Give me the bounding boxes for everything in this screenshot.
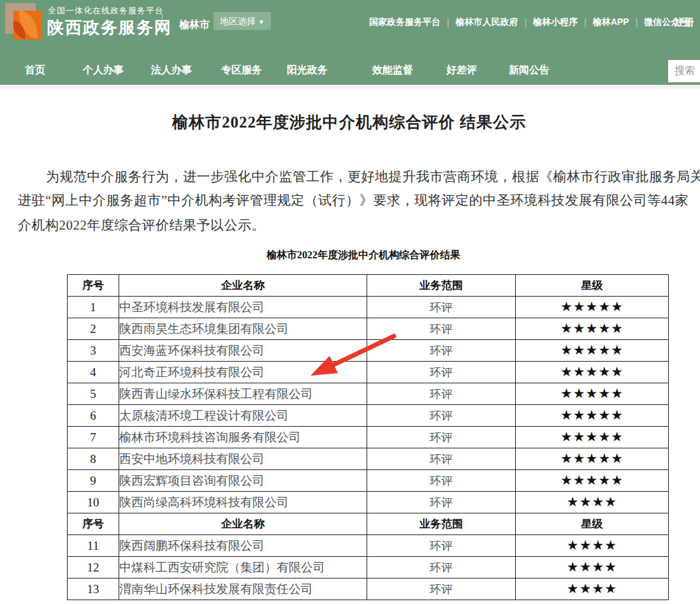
cell-business-scope: 环评: [367, 470, 516, 492]
table-row: 1中圣环境科技发展有限公司环评★★★★★: [68, 297, 669, 318]
register-link[interactable]: 注册: [674, 17, 694, 29]
cell-序号: 9: [68, 470, 119, 492]
cell-序号: 12: [68, 557, 119, 578]
header-divider: [162, 14, 163, 33]
nav-item[interactable]: 新闻公告: [509, 64, 550, 77]
region-select-button[interactable]: 地区选择▼: [214, 12, 271, 30]
cell-company-name: 太原核清环境工程设计有限公司: [119, 405, 367, 427]
cell-序号: 10: [68, 492, 119, 513]
cell-序号: 6: [68, 405, 119, 427]
cell-序号: 3: [68, 340, 119, 362]
table-row: 11陕西阔鹏环保科技有限公司环评★★★★: [68, 535, 669, 557]
main-nav: 首页个人办事法人办事专区服务阳光政务效能监督好差评新闻公告: [0, 52, 700, 85]
table-row: 13渭南华山环保科技发展有限责任公司环评★★★★: [68, 578, 669, 600]
cell-star-rating: ★★★★★: [516, 448, 669, 470]
cell-business-scope: 环评: [367, 427, 516, 448]
nav-item[interactable]: 首页: [25, 64, 45, 77]
column-header: 星级: [516, 513, 669, 535]
column-header: 企业名称: [119, 275, 367, 297]
table-row: 9陕西宏辉项目咨询有限公司环评★★★★★: [68, 470, 669, 492]
table-row: 3西安海蓝环保科技有限公司环评★★★★★: [68, 340, 669, 362]
subnav-strip: [0, 85, 700, 89]
site-logo[interactable]: [5, 3, 43, 41]
cell-序号: 8: [68, 448, 119, 470]
column-header: 序号: [68, 513, 119, 535]
cell-company-name: 陕西青山绿水环保科技工程有限公司: [119, 383, 367, 405]
cell-序号: 11: [68, 535, 119, 557]
cell-序号: 2: [68, 318, 119, 340]
cell-business-scope: 环评: [367, 362, 516, 383]
search-box[interactable]: 搜索: [668, 60, 700, 82]
table-caption: 榆林市2022年度涉批中介机构综合评价结果: [266, 249, 460, 262]
header-link-separator: |: [636, 17, 638, 27]
cell-star-rating: ★★★★★: [516, 383, 669, 405]
cell-company-name: 中圣环境科技发展有限公司: [119, 297, 367, 318]
nav-item[interactable]: 法人办事: [151, 64, 192, 77]
paragraph-line: 进驻“网上中介服务超市”中介机构考评管理规定（试行）》要求，现将评定的中圣环境科…: [18, 191, 689, 209]
cell-company-name: 陕西宏辉项目咨询有限公司: [119, 470, 367, 492]
cell-序号: 4: [68, 362, 119, 383]
paragraph-line: 介机构2022年度综合评价结果予以公示。: [18, 216, 265, 234]
logo-orange-square: [13, 11, 42, 40]
paragraph-line: 为规范中介服务行为，进一步强化中介监管工作，更好地提升我市营商环境，根据《榆林市…: [46, 168, 700, 186]
chevron-down-icon: ▼: [258, 18, 265, 26]
platform-label: 全国一体化在线政务服务平台: [48, 5, 164, 17]
cell-序号: 5: [68, 383, 119, 405]
column-header: 企业名称: [119, 513, 367, 535]
table-row: 4河北奇正环境科技有限公司环评★★★★★: [68, 362, 669, 383]
cell-business-scope: 环评: [367, 383, 516, 405]
cell-star-rating: ★★★★★: [516, 427, 669, 448]
cell-star-rating: ★★★★★: [516, 470, 669, 492]
cell-序号: 1: [68, 297, 119, 318]
current-city-label: 榆林市: [179, 18, 210, 32]
cell-company-name: 陕西雨昊生态环境集团有限公司: [119, 318, 367, 340]
table-row: 7榆林市环境科技咨询服务有限公司环评★★★★★: [68, 427, 669, 448]
header-link[interactable]: 榆林小程序: [533, 17, 578, 28]
table-header-row: 序号企业名称业务范围星级: [68, 513, 669, 535]
header-link-separator: |: [447, 17, 449, 27]
column-header: 星级: [516, 275, 669, 297]
cell-business-scope: 环评: [367, 297, 516, 318]
site-header: 全国一体化在线政务服务平台 陕西政务服务网 榆林市 地区选择▼ 国家政务服务平台…: [0, 0, 700, 85]
cell-star-rating: ★★★★: [516, 492, 669, 513]
cell-company-name: 陕西阔鹏环保科技有限公司: [119, 535, 367, 557]
nav-item[interactable]: 好差评: [446, 64, 477, 77]
nav-item[interactable]: 效能监督: [372, 64, 413, 77]
header-link[interactable]: 榆林APP: [593, 17, 629, 28]
cell-company-name: 西安中地环境科技有限公司: [119, 448, 367, 470]
table-row: 2陕西雨昊生态环境集团有限公司环评★★★★★: [68, 318, 669, 340]
header-links: 国家政务服务平台|榆林市人民政府|榆林小程序|榆林APP|微信公众号: [369, 17, 689, 28]
header-link-separator: |: [525, 17, 527, 27]
cell-star-rating: ★★★★★: [516, 340, 669, 362]
table-row: 12中煤科工西安研究院（集团）有限公司环评★★★★: [68, 557, 669, 578]
search-input[interactable]: 搜索: [674, 64, 695, 78]
header-link[interactable]: 国家政务服务平台: [369, 17, 441, 28]
table-row: 5陕西青山绿水环保科技工程有限公司环评★★★★★: [68, 383, 669, 405]
nav-item[interactable]: 专区服务: [221, 64, 262, 77]
column-header: 业务范围: [367, 513, 516, 535]
cell-company-name: 渭南华山环保科技发展有限责任公司: [119, 578, 367, 600]
nav-item[interactable]: 个人办事: [83, 64, 124, 77]
cell-company-name: 西安海蓝环保科技有限公司: [119, 340, 367, 362]
cell-company-name: 榆林市环境科技咨询服务有限公司: [119, 427, 367, 448]
table-row: 8西安中地环境科技有限公司环评★★★★★: [68, 448, 669, 470]
cell-star-rating: ★★★★: [516, 557, 669, 578]
cell-business-scope: 环评: [367, 340, 516, 362]
page-title: 榆林市2022年度涉批中介机构综合评价 结果公示: [172, 112, 526, 133]
cell-business-scope: 环评: [367, 557, 516, 578]
page: 全国一体化在线政务服务平台 陕西政务服务网 榆林市 地区选择▼ 国家政务服务平台…: [0, 0, 700, 604]
cell-company-name: 河北奇正环境科技有限公司: [119, 362, 367, 383]
nav-item[interactable]: 阳光政务: [287, 64, 328, 77]
header-link[interactable]: 榆林市人民政府: [456, 17, 518, 28]
results-table-body: 序号企业名称业务范围星级1中圣环境科技发展有限公司环评★★★★★2陕西雨昊生态环…: [68, 275, 669, 600]
cell-business-scope: 环评: [367, 535, 516, 557]
site-name: 陕西政务服务网: [47, 17, 172, 39]
header-link-separator: |: [584, 17, 587, 27]
cell-star-rating: ★★★★: [516, 535, 669, 557]
table-row: 6太原核清环境工程设计有限公司环评★★★★★: [68, 405, 669, 427]
cell-business-scope: 环评: [367, 492, 516, 513]
cell-company-name: 中煤科工西安研究院（集团）有限公司: [119, 557, 367, 578]
cell-star-rating: ★★★★★: [516, 362, 669, 383]
cell-company-name: 陕西尚绿高科环境科技有限公司: [119, 492, 367, 513]
cell-star-rating: ★★★★: [516, 578, 669, 600]
